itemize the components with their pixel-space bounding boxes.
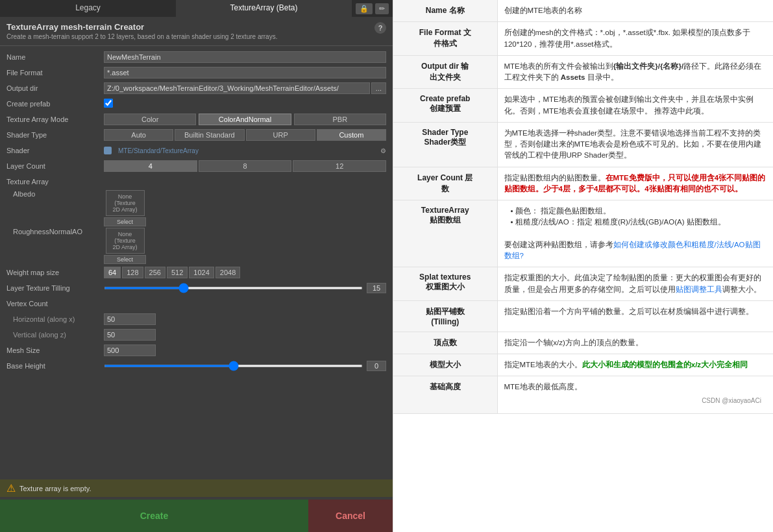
table-row: 顶点数 指定沿一个轴(x/z)方向上的顶点的数量。 [393, 332, 773, 354]
vertex-count-label: Vertex Count [6, 300, 104, 308]
table-row: Shader TypeShader类型 为MTE地表选择一种shader类型。注… [393, 122, 773, 167]
base-height-value[interactable] [367, 361, 386, 371]
base-height-slider[interactable] [104, 365, 363, 367]
horizontal-label: Horizontal (along x) [6, 315, 104, 323]
mesh-size-input[interactable] [104, 345, 156, 356]
term-shader-type: Shader TypeShader类型 [393, 122, 497, 167]
panel-subtitle: Create a mesh-terrain support 2 to 12 la… [6, 33, 277, 40]
shader-path: MTE/Standard/TextureArray [118, 147, 199, 154]
cancel-button[interactable]: Cancel [308, 500, 393, 532]
output-dir-row: Output dir ... [6, 81, 386, 95]
table-row: 贴图平铺数(Tilling) 指定贴图沿着一个方向平铺的数量。之后可以在材质编辑… [393, 300, 773, 332]
table-row: Name 名称 创建的MTE地表的名称 [393, 0, 773, 22]
shader-row: Shader MTE/Standard/TextureArray ⚙ [6, 143, 386, 158]
mesh-size-row: Mesh Size [6, 343, 386, 357]
table-row: Create prefab创建预置 如果选中，MTE地表的预置会被创建到输出文件… [393, 89, 773, 123]
layer-count-8[interactable]: 8 [199, 160, 292, 172]
weight-1024[interactable]: 1024 [189, 267, 214, 278]
desc-create-prefab: 如果选中，MTE地表的预置会被创建到输出文件夹中，并且在场景中实例化。否则，MT… [497, 89, 773, 123]
roughness-texture-preview[interactable]: None (Texture 2D Array) [106, 228, 145, 254]
shader-type-row: Shader Type Auto Builtin Standard URP Cu… [6, 128, 386, 142]
horizontal-row: Horizontal (along x) [6, 312, 386, 326]
desc-output-dir: MTE地表的所有文件会被输出到{输出文件夹}/{名称}/路径下。此路径必须在工程… [497, 55, 773, 89]
roughness-line3: 2D Array) [108, 244, 143, 250]
warning-row: ⚠ Texture array is empty. [0, 479, 393, 497]
term-output-dir: Output dir 输出文件夹 [393, 55, 497, 89]
layer-count-label: Layer Count [6, 162, 104, 170]
horizontal-input[interactable] [104, 313, 156, 325]
create-button[interactable]: Create [0, 500, 308, 532]
layer-texture-label: Layer Texture Tilling [6, 284, 104, 292]
shader-type-urp[interactable]: URP [246, 129, 315, 141]
texture-mode-color[interactable]: Color [104, 114, 196, 125]
create-prefab-checkbox[interactable] [104, 99, 113, 108]
footer-note: CSDN @xiaoyaoACi [504, 393, 767, 408]
warning-icon: ⚠ [6, 482, 16, 494]
albedo-line1: None [108, 193, 143, 200]
layer-count-group: 4 8 12 [104, 160, 386, 172]
weight-map-label: Weight map size [6, 269, 104, 276]
desc-shader-type: 为MTE地表选择一种shader类型。注意不要错误地选择当前工程不支持的类型，否… [497, 122, 773, 167]
weight-128[interactable]: 128 [122, 267, 143, 278]
output-dir-input[interactable] [104, 82, 370, 94]
tab-legacy[interactable]: Legacy [0, 0, 176, 17]
term-create-prefab: Create prefab创建预置 [393, 89, 497, 123]
texture-mode-pbr[interactable]: PBR [294, 114, 386, 125]
layer-count-12[interactable]: 12 [293, 160, 386, 172]
file-format-row: File Format *.asset *.obj *.fbx [6, 66, 386, 80]
help-button[interactable]: ? [374, 22, 386, 34]
shader-type-custom[interactable]: Custom [317, 129, 386, 141]
texture-array-mode-row: Texture Array Mode Color ColorAndNormal … [6, 112, 386, 127]
layer-count-4[interactable]: 4 [104, 160, 197, 172]
layer-texture-value[interactable] [367, 283, 386, 293]
shader-type-auto[interactable]: Auto [104, 129, 173, 141]
shader-type-group: Auto Builtin Standard URP Custom [104, 129, 386, 141]
file-format-select[interactable]: *.asset *.obj *.fbx [104, 67, 386, 79]
table-row: File Format 文件格式 所创建的mesh的文件格式：*.obj，*.a… [393, 22, 773, 56]
term-layer-count: Layer Count 层数 [393, 167, 497, 200]
term-vertex-count: 顶点数 [393, 332, 497, 354]
texture-mode-group: Color ColorAndNormal PBR [104, 114, 386, 125]
help-table: Name 名称 创建的MTE地表的名称 File Format 文件格式 所创建… [393, 0, 773, 414]
header-section: TextureArray mesh-terrain Creator Create… [0, 17, 393, 46]
layer-texture-row: Layer Texture Tilling [6, 281, 386, 295]
shader-settings-icon[interactable]: ⚙ [380, 147, 386, 154]
albedo-line3: 2D Array) [108, 206, 143, 213]
texture-array-link[interactable]: 如何创建或修改颜色和粗糙度/法线/AO贴图数组? [504, 241, 761, 260]
weight-64[interactable]: 64 [104, 267, 121, 278]
weight-256[interactable]: 256 [145, 267, 166, 278]
albedo-select-btn[interactable]: Select [104, 217, 146, 226]
weight-512[interactable]: 512 [167, 267, 188, 278]
roughness-select-btn[interactable]: Select [104, 255, 146, 264]
name-input[interactable] [104, 51, 386, 63]
lock-icon-btn[interactable]: 🔒 [356, 3, 373, 14]
term-name: Name 名称 [393, 0, 497, 22]
mesh-size-label: Mesh Size [6, 346, 104, 354]
table-row: Output dir 输出文件夹 MTE地表的所有文件会被输出到{输出文件夹}/… [393, 55, 773, 89]
file-format-label: File Format [6, 69, 104, 77]
desc-splat: 指定权重图的大小。此值决定了绘制贴图的质量：更大的权重图会有更好的质量，但是会占… [497, 267, 773, 301]
vertical-input[interactable] [104, 329, 156, 341]
desc-base-height: MTE地表的最低高度。 CSDN @xiaoyaoACi [497, 376, 773, 413]
name-row: Name [6, 50, 386, 64]
roughness-line1: None [108, 231, 143, 237]
layer-texture-slider[interactable] [104, 287, 363, 289]
albedo-texture-preview[interactable]: None (Texture 2D Array) [106, 190, 145, 216]
settings-icon-btn[interactable]: ✏ [375, 3, 389, 14]
output-dir-browse-btn[interactable]: ... [371, 82, 386, 94]
table-row: TextureArray贴图数组 颜色： 指定颜色贴图数组。 粗糙度/法线/AO… [393, 200, 773, 267]
shader-type-builtin[interactable]: Builtin Standard [175, 129, 244, 141]
weight-2048[interactable]: 2048 [215, 267, 240, 278]
splat-tool-link[interactable]: 贴图调整工具 [676, 285, 722, 293]
weight-map-row: Weight map size 64 128 256 512 1024 2048 [6, 265, 386, 280]
layer-count-row: Layer Count 4 8 12 [6, 159, 386, 173]
create-prefab-row: Create prefab [6, 97, 386, 111]
texture-mode-colorandnormal[interactable]: ColorAndNormal [199, 114, 291, 125]
term-splat: Splat textures权重图大小 [393, 267, 497, 301]
weight-map-group: 64 128 256 512 1024 2048 [104, 267, 386, 278]
create-prefab-label: Create prefab [6, 100, 104, 108]
panel-title: TextureArray mesh-terrain Creator [6, 22, 277, 32]
tab-texturearray[interactable]: TextureArray (Beta) [176, 0, 352, 17]
texture-array-label: Texture Array [6, 178, 104, 186]
name-label: Name [6, 53, 104, 61]
